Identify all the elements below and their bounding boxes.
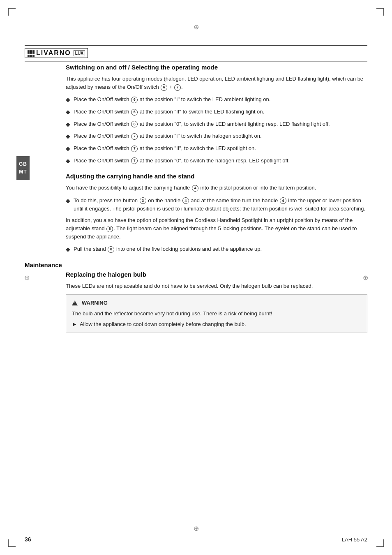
btn-num-3a: 3 (140, 197, 146, 204)
switch-num-6b: 6 (131, 97, 138, 103)
bullet-item: ◆ Place the On/Off switch 7 at the posit… (66, 144, 367, 153)
section3-subtitle: Replacing the halogen bulb (25, 271, 367, 278)
crosshair-top: ⊕ (192, 23, 200, 31)
crosshair-bottom: ⊕ (192, 524, 200, 532)
warning-container: ! WARNING The bulb and the reflector bec… (25, 294, 367, 333)
bullet-text: Place the On/Off switch 6 at the positio… (74, 120, 367, 128)
logo-grid-icon (28, 50, 35, 57)
page-number: 36 (25, 536, 31, 543)
bullet-diamond-icon: ◆ (66, 108, 70, 117)
warning-box: ! WARNING The bulb and the reflector bec… (66, 294, 367, 333)
bullet-diamond-icon: ◆ (66, 144, 70, 153)
bullet-text: Place the On/Off switch 7 at the positio… (74, 157, 367, 165)
bullet-diamond-icon: ◆ (66, 157, 70, 166)
logo-box: LIVARNO LUX (25, 48, 88, 58)
bullet-item: ◆ Place the On/Off switch 6 at the posit… (66, 95, 367, 104)
section2-bullets2: ◆ Pull the stand 8 into one of the five … (25, 245, 367, 254)
bullet-diamond-icon: ◆ (66, 95, 70, 104)
page-footer: 36 LAH 55 A2 (25, 536, 367, 543)
section-handle: Adjusting the carrying handle and the st… (25, 173, 367, 254)
warning-triangle-icon: ! (72, 301, 78, 305)
section-maintenance: Maintenance Replacing the halogen bulb T… (25, 261, 367, 333)
section1-intro: This appliance has four operating modes … (25, 75, 367, 91)
logo-bar: LIVARNO LUX (25, 45, 367, 62)
section1-bullets: ◆ Place the On/Off switch 6 at the posit… (25, 95, 367, 165)
bullet-text: To do this, press the button 3 on the ha… (74, 197, 367, 213)
bullet-item: ◆ Place the On/Off switch 6 at the posit… (66, 120, 367, 129)
bullet-item: ◆ Place the On/Off switch 6 at the posit… (66, 108, 367, 117)
switch-num-7b: 7 (131, 133, 138, 140)
corner-mark-br (376, 539, 384, 547)
bullet-diamond-icon: ◆ (66, 245, 70, 254)
handle-num-4a: 4 (192, 185, 198, 192)
section2-body2: In addition, you also have the option of… (25, 216, 367, 241)
main-content: Switching on and off / Selecting the ope… (25, 64, 367, 522)
warning-bullet-text: Allow the appliance to cool down complet… (80, 320, 246, 328)
bullet-diamond-icon: ◆ (66, 120, 70, 129)
bullet-diamond-icon: ◆ (66, 132, 70, 141)
switch-num-6a: 6 (161, 84, 167, 91)
warning-text: The bulb and the reflector become very h… (72, 310, 361, 318)
bullet-text: Pull the stand 8 into one of the five lo… (74, 245, 367, 253)
stand-num-8b: 8 (108, 246, 114, 253)
maintenance-title: Maintenance (25, 261, 367, 268)
page: ⊕ ⊕ ⊕ ⊕ GB MT LIVARNO LUX Switching on a… (0, 0, 392, 555)
section1-title: Switching on and off / Selecting the ope… (25, 64, 367, 71)
warning-bullet: ► Allow the appliance to cool down compl… (72, 320, 361, 328)
bullet-text: Place the On/Off switch 7 at the positio… (74, 132, 367, 140)
corner-mark-tl (8, 8, 16, 16)
bullet-item: ◆ Place the On/Off switch 7 at the posit… (66, 132, 367, 141)
section2-bullets: ◆ To do this, press the button 3 on the … (25, 197, 367, 213)
logo-suffix: LUX (74, 50, 85, 56)
stand-num-8a: 8 (106, 226, 113, 232)
bullet-item: ◆ To do this, press the button 3 on the … (66, 197, 367, 213)
bullet-text: Place the On/Off switch 7 at the positio… (74, 144, 367, 153)
bullet-text: Place the On/Off switch 6 at the positio… (74, 108, 367, 116)
arrow-icon: ► (72, 320, 77, 328)
bullet-item: ◆ Place the On/Off switch 7 at the posit… (66, 157, 367, 166)
section2-intro: You have the possibility to adjust the c… (25, 184, 367, 192)
switch-num-6c: 6 (131, 109, 138, 116)
bullet-text: Place the On/Off switch 6 at the positio… (74, 95, 367, 104)
bullet-item: ◆ Pull the stand 8 into one of the five … (66, 245, 367, 254)
warning-title: ! WARNING (72, 299, 361, 307)
section2-title: Adjusting the carrying handle and the st… (25, 173, 367, 180)
bullet-diamond-icon: ◆ (66, 197, 70, 206)
logo-brand: LIVARNO (36, 49, 71, 57)
corner-mark-tr (376, 8, 384, 16)
section3-body: These LEDs are not replaceable and do no… (25, 282, 367, 290)
handle-num-4b: 4 (182, 197, 189, 204)
model-number: LAH 55 A2 (342, 536, 367, 543)
section-switch: Switching on and off / Selecting the ope… (25, 64, 367, 165)
warning-label: WARNING (82, 299, 108, 307)
switch-num-7c: 7 (131, 146, 138, 152)
switch-num-7d: 7 (131, 157, 138, 164)
handle-num-4c: 4 (280, 197, 286, 204)
switch-num-7a: 7 (174, 84, 181, 91)
corner-mark-bl (8, 539, 16, 547)
switch-num-6d: 6 (131, 121, 138, 127)
